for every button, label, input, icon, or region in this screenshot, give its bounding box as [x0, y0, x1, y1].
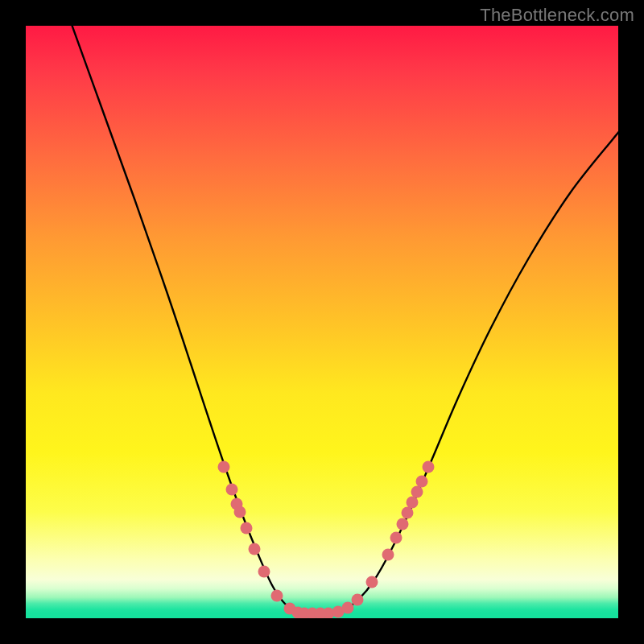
data-dot	[342, 602, 354, 614]
right-curve	[308, 129, 618, 613]
data-dot	[258, 566, 270, 578]
data-dot	[411, 486, 423, 498]
data-dot	[366, 576, 378, 588]
data-dot	[407, 497, 419, 509]
data-dot	[382, 549, 394, 561]
data-dot	[241, 522, 253, 535]
data-dot	[352, 594, 364, 606]
data-dot	[397, 518, 409, 530]
data-dot	[271, 590, 283, 602]
left-curve	[69, 26, 308, 613]
data-dots	[218, 461, 435, 619]
curve-layer	[26, 26, 618, 618]
chart-frame: TheBottleneck.com	[0, 0, 644, 644]
data-dot	[226, 484, 238, 496]
plot-area	[26, 26, 618, 618]
data-dot	[390, 532, 402, 544]
data-dot	[249, 543, 261, 555]
data-dot	[218, 461, 230, 473]
watermark-label: TheBottleneck.com	[480, 5, 634, 26]
data-dot	[234, 506, 246, 518]
data-dot	[416, 476, 428, 488]
data-dot	[402, 507, 414, 519]
data-dot	[423, 461, 435, 473]
